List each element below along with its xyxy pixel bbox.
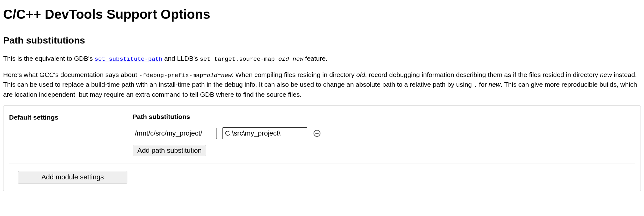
new-italic: new	[600, 71, 612, 78]
text: This is the equivalent to GDB's	[3, 55, 95, 62]
text: for	[477, 81, 488, 88]
text: , record debugging information describin…	[365, 71, 600, 78]
old-italic: old	[356, 71, 365, 78]
text: Here's what GCC's documentation says abo…	[3, 71, 139, 78]
fdebug-prefix-map-code: -fdebug-prefix-map=old=new	[139, 72, 232, 79]
path-from-input[interactable]	[133, 128, 217, 139]
description-paragraph-2: Here's what GCC's documentation says abo…	[3, 70, 641, 100]
text: and LLDB's	[162, 55, 200, 62]
divider	[9, 163, 635, 163]
text: feature.	[303, 55, 327, 62]
settings-panel: Default settings Path substitutions Add …	[3, 105, 641, 191]
section-title-path-substitutions: Path substitutions	[3, 33, 641, 47]
path-substitution-row	[133, 127, 635, 139]
new-italic-2: new	[488, 81, 501, 88]
default-settings-label: Default settings	[9, 112, 133, 122]
remove-icon[interactable]	[313, 129, 321, 137]
gdb-set-substitute-path-link[interactable]: set substitute-path	[95, 56, 162, 63]
text: : When compiling files residing in direc…	[232, 71, 356, 78]
add-path-substitution-button[interactable]: Add path substitution	[133, 145, 206, 156]
path-substitutions-label: Path substitutions	[133, 112, 635, 121]
dot-code: .	[474, 82, 477, 89]
add-module-settings-button[interactable]: Add module settings	[18, 171, 127, 183]
page-title: C/C++ DevTools Support Options	[3, 5, 641, 24]
path-to-input[interactable]	[222, 127, 307, 139]
lldb-source-map-code: set target.source-map old new	[200, 56, 304, 63]
description-paragraph-1: This is the equivalent to GDB's set subs…	[3, 54, 641, 64]
